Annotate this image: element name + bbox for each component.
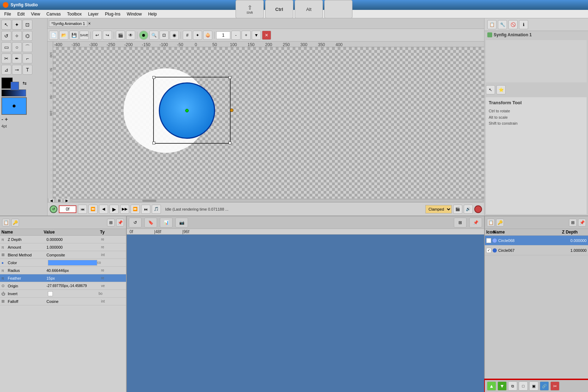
panel-about-btn[interactable]: ℹ [519,20,528,29]
gradient-bar[interactable] [1,89,26,97]
right-tool-transform[interactable]: ⭐ [496,85,506,94]
tool-circle[interactable]: ○ [12,42,22,52]
radius-handle[interactable] [230,108,233,112]
layers-icon-btn[interactable]: 📋 [487,219,495,226]
menu-toolbox[interactable]: Toolbox [64,11,85,17]
blank-key-btn[interactable] [324,0,352,18]
minus-btn[interactable]: - [1,116,3,123]
props-icon-btn[interactable]: 📋 [2,219,10,226]
zoom-plus-btn[interactable]: + [242,31,251,40]
play-btn[interactable]: ▶ [110,205,119,214]
menu-layer[interactable]: Layer [85,11,101,17]
prop-color[interactable]: ● Color co [0,259,126,267]
tool-rect[interactable]: ▭ [1,42,11,52]
handle-tr[interactable] [229,76,231,79]
props-key-btn[interactable]: 🔑 [11,219,19,226]
render-btn[interactable]: 🎬 [116,31,125,40]
tool-scissors[interactable]: ✂ [1,54,11,63]
zoom-in-btn[interactable]: 🔍 [149,31,158,40]
prop-blend-method[interactable]: ⊠ Blend Method Composite int [0,251,126,259]
fit-btn[interactable]: ⊡ [159,31,169,40]
timeline-content[interactable] [127,235,484,392]
menu-window[interactable]: Window [124,11,145,17]
zoom-minus-btn[interactable]: - [231,31,240,40]
preview-btn[interactable]: 👁 [126,31,135,40]
panel-info-btn[interactable]: 🚫 [508,20,518,29]
undo-btn[interactable]: ↩ [93,31,102,40]
prop-invert[interactable]: ⏻ Invert bo [0,290,126,298]
new-file-btn[interactable]: 📄 [49,31,58,40]
layer-row-circle067[interactable]: ✓ Circle067 1.000000 [485,245,588,255]
right-tool-select[interactable]: ↖ [486,85,495,94]
menu-edit[interactable]: Edit [14,11,27,17]
grid-btn[interactable]: # [183,31,192,40]
snap-btn[interactable]: ✦ [193,31,202,40]
layer-dup-btn[interactable]: ⧉ [508,381,517,391]
timeline-tab-1[interactable]: ↺ [129,218,142,228]
panel-render-btn[interactable]: 🔧 [498,20,507,29]
tool-gradient[interactable]: ⊿ [1,65,11,75]
tool-brush[interactable]: ⌐ [23,54,32,63]
canvas-scrollbar-h[interactable]: ◀ ⊞ ▶ [48,199,484,202]
close-tab-btn[interactable]: × [88,21,90,26]
zoom-input[interactable] [216,31,230,39]
props-pin-btn[interactable]: 📌 [116,219,124,226]
prop-origin[interactable]: ⊙ Origin -27.697755px,-14.458679 ve [0,282,126,290]
layer-export-btn[interactable]: 🔗 [540,381,549,391]
open-file-btn[interactable]: 📂 [59,31,68,40]
play-fwd-btn[interactable]: ⏩ [131,205,140,214]
layer-row-circle068[interactable]: ✓ Circle068 0.000000 [485,236,588,245]
alt-key-btn[interactable]: Alt [295,0,323,18]
menu-help[interactable]: Help [145,11,160,17]
handle-bl[interactable] [152,142,155,144]
save-render-btn[interactable]: SAVE [80,31,89,40]
tool-rotate[interactable]: ↺ [1,31,11,41]
handle-tl[interactable] [152,76,155,79]
redo-btn[interactable]: ↪ [103,31,112,40]
swap-colors-btn[interactable]: ⇆ [23,80,27,86]
panel-params-btn[interactable]: 📋 [487,20,496,29]
h-scrollbar-thumb[interactable] [142,200,156,202]
prop-amount[interactable]: π Amount 1.000000 re [0,243,126,251]
play-prev-frame-btn[interactable]: ◀ [99,205,108,214]
bg-color-swatch[interactable] [11,82,19,90]
menu-plugins[interactable]: Plug-Ins [102,11,123,17]
layer-check-circle067[interactable]: ✓ [486,248,491,253]
tool-select[interactable]: ↖ [1,20,11,30]
ctrl-key-btn[interactable]: Ctrl [265,0,293,18]
layer-delete-btn[interactable]: ✂ [550,381,559,391]
timeline-tab-3[interactable]: 📊 [160,218,173,228]
loop-btn[interactable]: ↺ [50,205,57,213]
tool-eyedropper[interactable]: ⊸ [12,65,22,75]
prop-radius[interactable]: π Radius 40.666446px re [0,267,126,274]
prop-invert-checkbox[interactable] [48,291,53,296]
prop-falloff[interactable]: ⊠ Falloff Cosine int [0,298,126,305]
layers-pin-btn[interactable]: 📌 [578,219,586,226]
onion-btn[interactable]: 🧅 [203,31,212,40]
record-btn[interactable] [474,205,482,213]
tool-polygon[interactable]: ⌬ [23,31,32,41]
layers-key-btn[interactable]: 🔑 [496,219,504,226]
quality-btn[interactable]: ◉ [170,31,179,40]
tool-smooth[interactable]: ⊡ [23,20,32,30]
zoom-dropdown-btn[interactable]: ▼ [252,31,261,40]
timeline-pin-btn[interactable]: 📌 [469,218,482,228]
play-back-frame-btn[interactable]: ⏪ [88,205,98,214]
timeline-tab-4[interactable]: 📷 [175,218,188,228]
audio-btn[interactable]: 🎵 [152,205,161,214]
tool-text[interactable]: T [23,65,32,75]
prop-feather[interactable]: π Feather 15px re [0,274,126,282]
circle-center[interactable] [185,109,189,112]
timeline-collapse-btn[interactable]: ⊞ [454,218,467,228]
layer-canvas-btn[interactable]: ▣ [529,381,538,391]
layer-group-btn[interactable]: □ [519,381,528,391]
tool-pen[interactable]: ✒ [12,54,22,63]
prop-z-depth[interactable]: π Z Depth 0.000000 re [0,236,126,243]
timeline-tab-2[interactable]: 🔖 [144,218,157,228]
prop-color-swatch[interactable] [48,260,97,266]
layer-down-btn[interactable]: ▼ [498,381,507,391]
props-expand-btn[interactable]: ⊞ [107,219,115,226]
animate-btn[interactable]: ⏺ [139,31,148,40]
layer-check-circle068[interactable]: ✓ [486,238,491,243]
plus-btn[interactable]: + [5,116,8,123]
